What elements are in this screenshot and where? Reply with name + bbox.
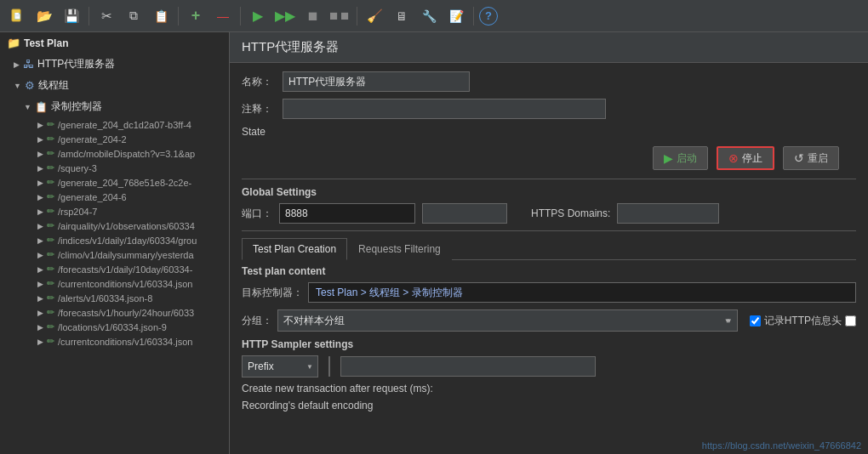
toolbar: 📄 📂 💾 ✂ ⧉ 📋 + — ▶ ▶▶ ⏹ ⏹⏹ 🧹 🖥 🔧 📝 xyxy=(0,0,868,32)
save-button[interactable]: 💾 xyxy=(60,4,83,28)
list-item[interactable]: ▶ ✏ /airquality/v1/observations/60334 xyxy=(0,218,229,233)
leaf-label-2: /amdc/mobileDispatch?v=3.1&ap xyxy=(58,149,195,159)
leaf-arrow-1: ▶ xyxy=(37,135,43,144)
new-button[interactable]: 📄 xyxy=(5,4,29,28)
list-item[interactable]: ▶ ✏ /climo/v1/dailysummary/yesterda xyxy=(0,247,229,262)
sidebar-controller[interactable]: ▼ 📋 录制控制器 xyxy=(0,96,229,117)
comment-row: 注释： xyxy=(242,99,856,119)
record-http-row: 记录HTTP信息头 xyxy=(750,314,856,328)
tabs-bar: Test Plan Creation Requests Filtering xyxy=(242,238,856,260)
leaf-label-3: /squery-3 xyxy=(58,163,97,173)
list-item[interactable]: ▶ ✏ /forecasts/v1/hourly/24hour/6033 xyxy=(0,305,229,320)
form-area: 名称： 注释： State ▶ 启动 ⊗ 停止 xyxy=(230,63,868,420)
leaf-arrow-15: ▶ xyxy=(37,338,43,346)
list-item[interactable]: ▶ ✏ /rsp204-7 xyxy=(0,204,229,218)
remove-button[interactable]: — xyxy=(211,4,235,28)
leaf-label-1: /generate_204-2 xyxy=(58,134,127,145)
name-input[interactable] xyxy=(283,71,470,92)
prefix-select[interactable]: Prefix Suffix None xyxy=(242,355,318,377)
leaf-label-0: /generate_204_dc1d2a07-b3ff-4 xyxy=(58,120,191,130)
port-label: 端口： xyxy=(242,207,272,221)
template-button[interactable]: 📝 xyxy=(444,4,468,28)
sidebar-thread-group[interactable]: ▼ ⚙ 线程组 xyxy=(0,75,229,96)
pencil-icon-3: ✏ xyxy=(47,162,54,173)
leaf-arrow-14: ▶ xyxy=(37,323,43,332)
tab-test-plan-label: Test Plan Creation xyxy=(253,243,336,255)
target-controller-label: 目标控制器： xyxy=(242,286,303,300)
leaf-arrow-7: ▶ xyxy=(37,222,43,230)
leaf-arrow-2: ▶ xyxy=(37,150,43,158)
list-item[interactable]: ▶ ✏ /generate_204_dc1d2a07-b3ff-4 xyxy=(0,117,229,132)
restart-button[interactable]: ↺ 重启 xyxy=(783,146,839,170)
ctrl-collapse-icon: ▼ xyxy=(24,103,31,111)
sidebar-proxy-label: HTTP代理服务器 xyxy=(37,57,115,71)
sidebar-root[interactable]: 📁 Test Plan xyxy=(0,32,229,54)
list-item[interactable]: ▶ ✏ /currentconditions/v1/60334.json xyxy=(0,276,229,291)
tab-test-plan[interactable]: Test Plan Creation xyxy=(242,238,347,260)
remote-button[interactable]: 🖥 xyxy=(390,4,414,28)
start-button[interactable]: ▶ 启动 xyxy=(653,146,708,170)
help-button[interactable]: ? xyxy=(479,7,498,26)
leaf-label-4: /generate_204_768e51e8-2c2e- xyxy=(58,178,191,188)
list-item[interactable]: ▶ ✏ /squery-3 xyxy=(0,161,229,175)
sidebar-controller-label: 录制控制器 xyxy=(51,99,102,114)
copy-button[interactable]: ⧉ xyxy=(122,4,146,28)
prefix-row: Prefix Suffix None xyxy=(242,355,856,377)
leaf-label-13: /forecasts/v1/hourly/24hour/6033 xyxy=(58,308,194,318)
https-domains-input[interactable] xyxy=(617,203,719,224)
proxy-icon: 🖧 xyxy=(23,58,34,71)
port-row: 端口： HTTPS Domains: xyxy=(242,203,856,224)
divider1 xyxy=(242,179,856,179)
cut-button[interactable]: ✂ xyxy=(94,4,118,28)
stop-button[interactable]: ⏹ xyxy=(300,4,324,28)
record-http-extra-checkbox[interactable] xyxy=(845,315,856,326)
state-row: State xyxy=(242,126,856,138)
list-item[interactable]: ▶ ✏ /alerts/v1/60334.json-8 xyxy=(0,291,229,305)
stop-now-button[interactable]: ⏹⏹ xyxy=(328,4,351,28)
leaf-arrow-10: ▶ xyxy=(37,265,43,274)
prefix-value-input[interactable] xyxy=(340,356,596,377)
pencil-icon-4: ✏ xyxy=(47,177,54,188)
test-plan-content-label: Test plan content xyxy=(242,265,856,277)
leaf-label-6: /rsp204-7 xyxy=(58,207,97,217)
open-button[interactable]: 📂 xyxy=(32,4,56,28)
encoding-row: Recording's default encoding xyxy=(242,400,856,411)
clear-button[interactable]: 🧹 xyxy=(363,4,386,28)
record-http-checkbox[interactable] xyxy=(750,315,761,326)
restart-label: 重启 xyxy=(808,151,828,166)
pencil-icon-13: ✏ xyxy=(47,307,54,318)
leaf-arrow-8: ▶ xyxy=(37,236,43,245)
leaf-label-9: /climo/v1/dailysummary/yesterda xyxy=(58,250,194,260)
sep5 xyxy=(473,7,474,26)
port-input[interactable] xyxy=(279,203,415,224)
group-collapse-icon: ▼ xyxy=(14,82,21,90)
list-item[interactable]: ▶ ✏ /amdc/mobileDispatch?v=3.1&ap xyxy=(0,146,229,161)
tab-requests[interactable]: Requests Filtering xyxy=(347,238,452,260)
list-item[interactable]: ▶ ✏ /generate_204-2 xyxy=(0,132,229,146)
run-button[interactable]: ▶ xyxy=(246,4,270,28)
tools-button[interactable]: 🔧 xyxy=(417,4,441,28)
list-item[interactable]: ▶ ✏ /generate_204-6 xyxy=(0,190,229,204)
sidebar: 📁 Test Plan ▶ 🖧 HTTP代理服务器 ▼ ⚙ 线程组 ▼ 📋 录制… xyxy=(0,32,230,454)
add-button[interactable]: + xyxy=(184,4,208,28)
target-controller-value: Test Plan > 线程组 > 录制控制器 xyxy=(308,282,856,303)
stop-button[interactable]: ⊗ 停止 xyxy=(717,146,774,170)
paste-button[interactable]: 📋 xyxy=(149,4,173,28)
divider2 xyxy=(242,230,856,231)
list-item[interactable]: ▶ ✏ /locations/v1/60334.json-9 xyxy=(0,320,229,334)
list-item[interactable]: ▶ ✏ /indices/v1/daily/1day/60334/grou xyxy=(0,233,229,247)
run-all-button[interactable]: ▶▶ xyxy=(273,4,297,28)
group-select[interactable]: 不对样本分组 每个样本放入新的事务控制器 xyxy=(277,309,738,332)
group-label: 分组： xyxy=(242,314,272,328)
pencil-icon-10: ✏ xyxy=(47,264,54,275)
port-slider[interactable] xyxy=(422,203,507,224)
list-item[interactable]: ▶ ✏ /generate_204_768e51e8-2c2e- xyxy=(0,175,229,190)
list-item[interactable]: ▶ ✏ /forecasts/v1/daily/10day/60334- xyxy=(0,262,229,276)
controller-icon: 📋 xyxy=(35,101,48,113)
list-item[interactable]: ▶ ✏ /currentconditions/v1/60334.json xyxy=(0,334,229,349)
pencil-icon-0: ✏ xyxy=(47,119,54,130)
sidebar-proxy[interactable]: ▶ 🖧 HTTP代理服务器 xyxy=(0,54,229,75)
leaf-arrow-4: ▶ xyxy=(37,179,43,187)
comment-input[interactable] xyxy=(283,99,606,119)
leaf-label-8: /indices/v1/daily/1day/60334/grou xyxy=(58,236,197,246)
